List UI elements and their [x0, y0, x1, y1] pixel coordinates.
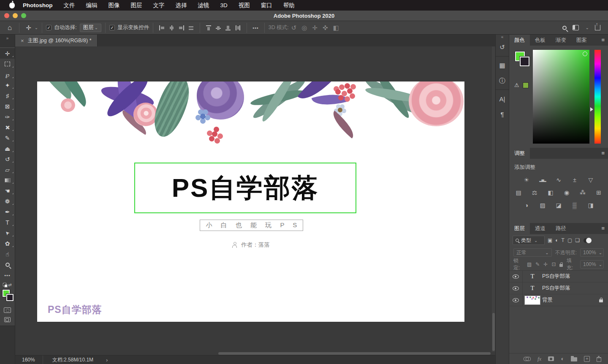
roll-3d-icon[interactable]: ◎: [299, 24, 309, 32]
gradient-tool[interactable]: [0, 175, 15, 185]
tab-patterns[interactable]: 图案: [571, 35, 592, 46]
gradient-map-icon[interactable]: ▒: [570, 201, 580, 209]
tab-swatches[interactable]: 色板: [530, 35, 551, 46]
tab-channels[interactable]: 通道: [530, 223, 551, 234]
layer-visibility-toggle[interactable]: [509, 271, 523, 282]
layer-thumbnail[interactable]: [523, 296, 542, 305]
menu-view[interactable]: 视图: [233, 0, 255, 11]
background-color-swatch[interactable]: [520, 57, 529, 66]
auto-select-dropdown[interactable]: 图层 ⌄: [80, 24, 101, 32]
menu-file[interactable]: 文件: [58, 0, 81, 11]
posterize-icon[interactable]: ▨: [537, 201, 548, 209]
tab-color[interactable]: 颜色: [509, 35, 530, 46]
crop-tool[interactable]: ♯: [0, 90, 15, 101]
menu-filter[interactable]: 滤镜: [193, 0, 215, 11]
more-options-icon[interactable]: •••: [251, 25, 261, 30]
current-tool-icon[interactable]: ✛: [23, 24, 34, 32]
menu-select[interactable]: 选择: [170, 0, 193, 11]
orbit-3d-icon[interactable]: ↺: [289, 24, 299, 32]
filter-pixel-layers-icon[interactable]: ▣: [548, 237, 552, 243]
swap-colors-icon[interactable]: ⇄: [8, 283, 11, 287]
menu-3d[interactable]: 3D: [215, 0, 233, 11]
paragraph-panel-icon[interactable]: ¶: [496, 106, 509, 122]
align-horizontal-centers-icon[interactable]: [168, 24, 175, 31]
align-left-edges-icon[interactable]: [158, 24, 166, 31]
vertical-scrollbar[interactable]: [492, 313, 495, 351]
lock-paint-icon[interactable]: ✎: [535, 261, 540, 267]
filter-smart-objects-icon[interactable]: ❏: [575, 237, 580, 243]
tab-paths[interactable]: 路径: [551, 223, 571, 234]
new-group-icon[interactable]: [571, 357, 577, 361]
zoom-tool[interactable]: [0, 259, 15, 270]
menu-window[interactable]: 窗口: [255, 0, 278, 11]
document-tab[interactable]: × 主图.jpg @ 160%(RGB/8) *: [15, 35, 98, 46]
eraser-tool[interactable]: ▱: [0, 164, 15, 175]
move-tool[interactable]: ✛: [0, 48, 15, 59]
clone-stamp-tool[interactable]: ⏏: [0, 143, 15, 154]
character-panel-icon[interactable]: A|: [496, 91, 509, 106]
path-selection-tool[interactable]: ➤: [0, 228, 15, 238]
workspace-switcher-icon[interactable]: [573, 25, 579, 30]
hue-slider[interactable]: [594, 50, 601, 144]
distribute-horizontal-icon[interactable]: [187, 24, 195, 31]
invert-icon[interactable]: ◑: [521, 201, 532, 209]
layer-row[interactable]: T PS自学部落: [509, 283, 608, 294]
new-layer-icon[interactable]: +: [584, 356, 590, 362]
threshold-icon[interactable]: ◪: [554, 201, 564, 209]
zoom-window-button[interactable]: [21, 13, 26, 18]
expand-panels-icon[interactable]: «: [501, 35, 504, 40]
color-balance-icon[interactable]: ⚖: [529, 188, 540, 197]
auto-select-checkbox[interactable]: ✓: [46, 25, 52, 30]
menu-app-name[interactable]: Photoshop: [17, 2, 58, 8]
canvas-pasteboard[interactable]: PS自学部落 小 白 也 能 玩 P S 作者：落落 PS自学部落: [15, 46, 495, 355]
vibrance-icon[interactable]: ▽: [586, 176, 596, 184]
hue-saturation-icon[interactable]: ▤: [513, 188, 524, 197]
selective-color-icon[interactable]: ◨: [586, 201, 596, 209]
lock-all-icon[interactable]: [559, 264, 563, 267]
history-brush-tool[interactable]: ↺: [0, 154, 15, 164]
layer-visibility-toggle[interactable]: [509, 294, 523, 306]
levels-icon[interactable]: ▂▅▂: [537, 176, 548, 184]
brightness-contrast-icon[interactable]: ☀: [521, 176, 532, 184]
gamut-safe-swatch[interactable]: [523, 82, 529, 88]
fill-field[interactable]: 100% ⌄: [580, 260, 604, 269]
default-colors-icon[interactable]: [3, 283, 7, 287]
gamut-warning-icon[interactable]: ⚠: [514, 82, 519, 88]
panel-menu-icon[interactable]: ≡: [601, 37, 605, 43]
image-canvas[interactable]: PS自学部落 小 白 也 能 玩 P S 作者：落落 PS自学部落: [37, 81, 464, 322]
lock-move-icon[interactable]: ✛: [543, 261, 548, 267]
tab-gradients[interactable]: 渐变: [551, 35, 571, 46]
layer-thumbnail[interactable]: T: [523, 285, 542, 292]
photo-filter-icon[interactable]: ◉: [562, 188, 572, 197]
filter-adjustment-layers-icon[interactable]: ◐: [555, 237, 558, 243]
layer-name[interactable]: PS自学部落: [542, 285, 570, 292]
apple-logo-icon[interactable]: [9, 3, 15, 8]
horizontal-scrollbar[interactable]: [218, 352, 491, 355]
pen-tool[interactable]: ✒: [0, 206, 15, 217]
marquee-tool[interactable]: [0, 59, 15, 69]
camera-3d-icon[interactable]: ◧: [330, 24, 341, 32]
distribute-vertical-icon[interactable]: [234, 24, 242, 31]
align-bottom-edges-icon[interactable]: [225, 24, 232, 31]
align-top-edges-icon[interactable]: [205, 24, 212, 31]
home-icon[interactable]: ⌂: [4, 24, 15, 32]
zoom-level-field[interactable]: 160%: [15, 356, 43, 364]
black-white-icon[interactable]: ◧: [546, 188, 556, 197]
slide-3d-icon[interactable]: ✜: [320, 24, 331, 32]
color-field-marker[interactable]: [583, 52, 587, 56]
exposure-icon[interactable]: ±: [570, 176, 580, 184]
show-transform-checkbox[interactable]: ✓: [109, 25, 115, 30]
menu-image[interactable]: 图像: [103, 0, 125, 11]
frame-tool[interactable]: ⊠: [0, 101, 15, 111]
shape-tool[interactable]: ✿: [0, 238, 15, 249]
quick-mask-icon[interactable]: [4, 307, 11, 313]
add-mask-icon[interactable]: [548, 356, 554, 361]
opacity-field[interactable]: 100% ⌄: [580, 248, 604, 257]
background-color-swatch[interactable]: [6, 294, 14, 301]
vertical-scrollbar-track[interactable]: [492, 46, 495, 352]
eyedropper-tool[interactable]: ✑: [0, 111, 15, 122]
status-options-chevron[interactable]: ›: [103, 357, 111, 363]
screen-mode-icon[interactable]: [4, 317, 11, 322]
panel-menu-icon[interactable]: ≡: [601, 225, 605, 231]
edit-toolbar-button[interactable]: •••: [0, 270, 15, 280]
